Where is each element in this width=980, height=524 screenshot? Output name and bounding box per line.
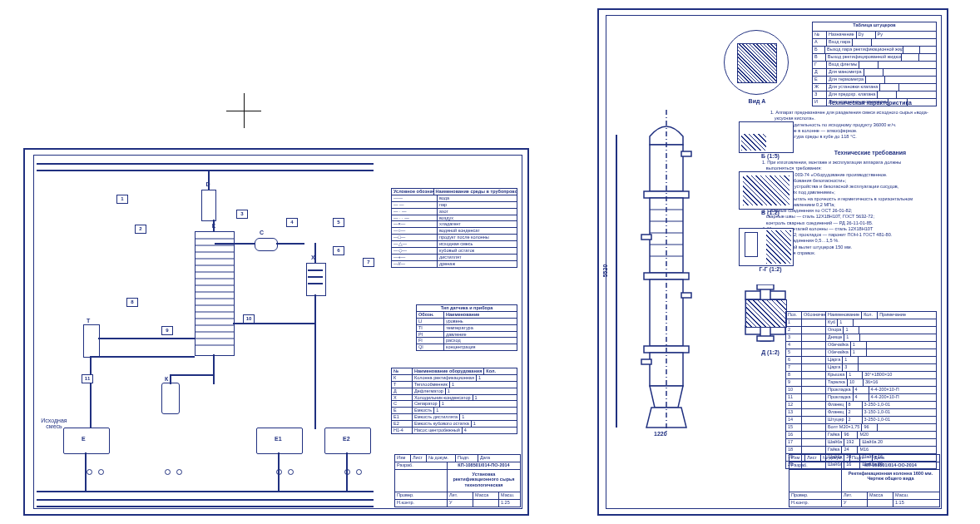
dim-height: 5520 [602,264,608,278]
title-a: Установка ректификационного сырья технол… [448,470,520,492]
column-elevation: 5520 1220 [621,110,712,434]
pid-sheet: К D С Х Т К Е Е1 Е2 [23,148,529,516]
ga-sheet: Таблица штуцеров№НазначениеDуРуАВход пар… [597,8,948,516]
pid-area: К D С Х Т К Е Е1 Е2 [37,160,386,502]
loop-1: 1 [116,195,128,204]
viewB-lbl: Б (1:5) [745,153,795,159]
tank-feed [63,428,110,454]
reboiler-e [161,383,180,414]
techchar-text: 1. Аппарат предназначен для разделения с… [770,110,937,140]
sensors-table: Тип датчика и прибораОбозн.НаименованиеL… [416,304,517,351]
svg-rect-20 [757,284,774,289]
equip-table: №Наименование оборудованияКол.ККолонна р… [391,368,517,434]
viewD-lbl: Г-Г (1:2) [745,266,795,272]
detail-d [739,228,794,266]
separator-c [255,238,278,251]
loop-9: 9 [161,326,173,335]
loop-3: 3 [236,210,248,219]
loop-5: 5 [333,218,344,227]
column-k [195,231,235,356]
detail-c [739,171,794,210]
titleblock-b: Изм Лист № докум. Подп. Дата Разраб. КП-… [789,454,940,507]
feed-tag: Е [82,436,86,442]
e2-tag: Е2 [343,436,350,442]
bom-table: Поз.ОбозначениеНаименованиеКол.Примечани… [785,311,937,469]
title-b: Ректификационная колонна 1600 мм. Чертеж… [842,470,939,492]
heater-t [83,324,100,358]
loop-4: 4 [286,218,298,227]
viewA-lbl: Вид А [732,98,782,104]
loop-6: 6 [333,246,344,255]
loop-2: 2 [135,225,146,234]
detail-e [739,284,792,348]
techchar-title: Техническая характеристика [804,100,937,106]
loop-8: 8 [126,298,138,307]
loop-11: 11 [82,374,93,383]
e-tag: К [165,376,168,382]
cooler-x [306,263,326,296]
lines-table: Условное обознач.Наименование среды в тр… [391,188,517,268]
dephlegmator [201,190,216,221]
svg-rect-9 [681,293,691,298]
svg-rect-21 [757,336,774,341]
c-tag: С [260,230,264,235]
doc-number-a: КП-108501/014-ПО-2014 [448,462,520,469]
detail-b [739,121,794,153]
loop-7: 7 [363,258,374,267]
e1-tag: Е1 [275,436,282,442]
viewC-lbl: В (1:2) [745,210,795,215]
plan-view [724,30,789,95]
titleblock-a: Изм Лист № докум. Подп. Дата Разраб. КП-… [394,454,521,507]
viewport-cross [226,93,261,128]
svg-rect-10 [641,235,651,240]
svg-rect-8 [681,151,691,156]
column-svg [621,110,712,434]
svg-rect-11 [641,359,651,364]
t-tag: Т [87,318,90,324]
doc-number-b: КП-108501/014-ОО-2014 [842,462,939,469]
dim-base: 1220 [654,431,667,437]
ports-table: Таблица штуцеров№НазначениеDуРуАВход пар… [812,22,937,106]
techreq-title: Технические требования [804,150,937,156]
loop-10: 10 [243,314,255,324]
feed-label: Исходная смесь [33,418,75,429]
